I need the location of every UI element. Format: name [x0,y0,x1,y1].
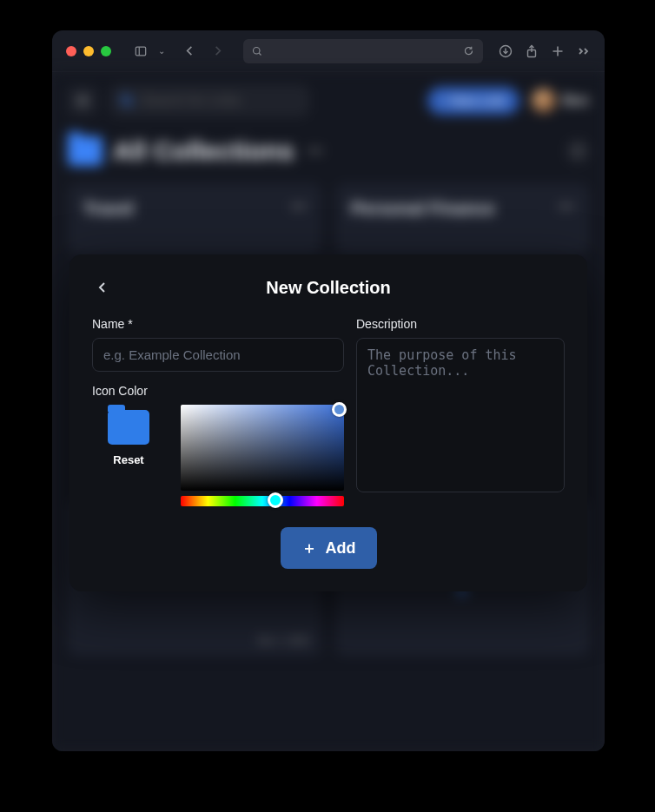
new-tab-icon[interactable] [551,44,565,58]
new-collection-modal: New Collection Name * Icon Color Reset [69,254,587,591]
share-icon[interactable] [525,44,539,58]
sidebar-toggle-button[interactable] [129,41,153,62]
fullscreen-window-button[interactable] [101,46,111,56]
browser-window: ⌄ Search for Links [52,30,605,751]
reload-icon[interactable] [463,45,474,56]
reset-button[interactable]: Reset [113,453,143,466]
nav-forward-button[interactable] [207,41,228,62]
back-button[interactable] [92,277,113,298]
plus-icon: ＋ [301,538,317,558]
minimize-window-button[interactable] [83,46,94,56]
add-button[interactable]: ＋ Add [281,527,377,569]
toolbar-right [499,44,591,58]
close-window-button[interactable] [66,46,76,56]
nav-back-button[interactable] [179,41,200,62]
saturation-thumb[interactable] [332,402,347,417]
name-label: Name * [92,317,344,331]
overflow-icon[interactable] [577,44,591,58]
icon-color-label: Icon Color [92,384,344,398]
name-input[interactable] [92,338,344,372]
hue-thumb[interactable] [268,492,283,508]
svg-line-3 [259,53,261,55]
add-button-label: Add [326,539,356,558]
svg-point-2 [254,47,261,54]
modal-overlay: New Collection Name * Icon Color Reset [52,72,605,751]
downloads-icon[interactable] [499,44,513,58]
svg-rect-0 [136,47,145,56]
description-input[interactable] [356,338,565,492]
tab-menu-chevron-icon[interactable]: ⌄ [158,46,165,56]
address-bar[interactable] [243,39,483,63]
titlebar: ⌄ [52,30,605,72]
search-icon [252,46,262,56]
chevron-left-icon [96,281,109,294]
modal-title: New Collection [92,278,565,298]
folder-color-preview-icon [108,410,149,445]
saturation-value-area[interactable] [181,405,344,491]
hue-slider[interactable] [181,496,344,506]
description-label: Description [356,317,565,331]
window-controls [66,46,111,56]
color-picker[interactable] [181,405,344,506]
